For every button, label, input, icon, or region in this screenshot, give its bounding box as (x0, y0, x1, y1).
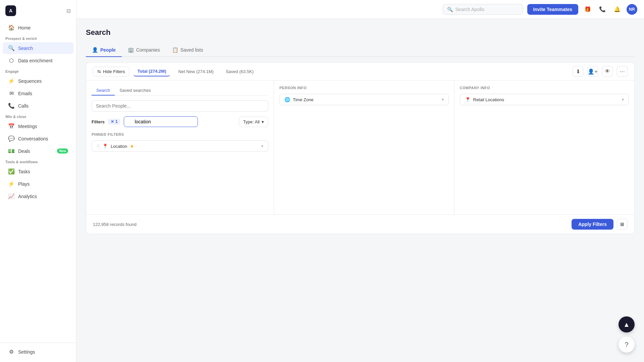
type-dropdown-label: Type: All (243, 119, 260, 124)
sidebar-item-label: Calls (18, 103, 29, 109)
sidebar-item-label: Data enrichment (18, 58, 53, 63)
data-enrichment-icon: ⬡ (8, 57, 15, 64)
tab-companies[interactable]: 🏢 Companies (122, 44, 166, 57)
sidebar-item-search[interactable]: 🔍 Search (3, 42, 73, 54)
more-options-icon[interactable]: ⋯ (617, 66, 628, 77)
results-tab-net-new[interactable]: Net New (274.1M) (174, 67, 217, 76)
fab-help[interactable]: ? (619, 337, 635, 353)
globe-icon: 🌐 (284, 97, 290, 102)
bell-icon[interactable]: 🔔 (612, 4, 623, 15)
phone-icon[interactable]: 📞 (597, 4, 608, 15)
filter-area: ⇆ Hide Filters Total (274.2M) Net New (2… (86, 62, 635, 234)
sidebar-section-win: Win & close (0, 112, 76, 120)
search-apollo-placeholder: Search Apollo (455, 7, 484, 12)
sidebar-item-deals[interactable]: 💵 Deals New (3, 145, 73, 157)
filter-count-badge: ✕ 1 (108, 119, 120, 125)
search-people-input[interactable] (92, 100, 268, 112)
search-apollo-icon: 🔍 (447, 7, 453, 12)
analytics-icon: 📈 (8, 193, 15, 199)
filter-search-input[interactable] (124, 116, 198, 127)
people-tab-icon: 👤 (92, 47, 98, 53)
sidebar-item-sequences[interactable]: ⚡ Sequences (3, 75, 73, 87)
filter-sub-tabs: Search Saved searches (92, 86, 268, 96)
invite-teammates-button[interactable]: Invite Teammates (527, 4, 578, 15)
sidebar-item-meetings[interactable]: 📅 Meetings (3, 120, 73, 132)
hide-filters-button[interactable]: ⇆ Hide Filters (93, 67, 129, 76)
emails-icon: ✉ (8, 90, 15, 97)
sidebar-item-home[interactable]: 🏠 Home (3, 22, 73, 34)
filter-x-icon[interactable]: ✕ (111, 119, 114, 124)
sidebar-item-label: Analytics (18, 194, 37, 199)
fab-apollo[interactable]: ▲ (619, 316, 635, 333)
hide-filters-label: Hide Filters (103, 69, 125, 74)
filter-left-panel: Search Saved searches Filters ✕ 1 🔍 (86, 80, 274, 215)
content: Search 👤 People 🏢 Companies 📋 Saved list… (76, 19, 644, 362)
floating-buttons: ▲ ? (619, 316, 635, 353)
drag-handle-icon[interactable]: ⠿ (97, 144, 100, 148)
location-pin-icon: 📍 (102, 143, 108, 149)
save-filter-icon[interactable]: ⊞ (617, 219, 628, 230)
type-dropdown[interactable]: Type: All ▾ (239, 117, 268, 127)
search-icon: 🔍 (8, 45, 15, 51)
avatar[interactable]: NR (627, 4, 637, 15)
sidebar-item-label: Sequences (18, 78, 42, 84)
sidebar-item-calls[interactable]: 📞 Calls (3, 100, 73, 112)
sidebar-item-plays[interactable]: ⚡ Plays (3, 178, 73, 190)
filter-chip-retail-locations[interactable]: 📍 Retail Locations ▾ (460, 94, 629, 105)
sidebar-section-prospect: Prospect & enrich (0, 34, 76, 42)
sidebar-item-label: Deals (18, 148, 30, 154)
sidebar-item-tasks[interactable]: ✅ Tasks (3, 166, 73, 177)
tab-people[interactable]: 👤 People (86, 44, 122, 57)
eye-icon[interactable]: 👁 (602, 66, 613, 77)
sidebar-item-settings[interactable]: ⚙ Settings (3, 346, 73, 358)
gift-icon[interactable]: 🎁 (582, 4, 593, 15)
meetings-icon: 📅 (8, 123, 15, 129)
deals-badge: New (57, 148, 68, 154)
results-tab-total[interactable]: Total (274.2M) (133, 67, 170, 76)
sidebar-item-label: Home (18, 25, 31, 31)
filter-chip-label: Location (111, 144, 127, 149)
sequences-icon: ⚡ (8, 78, 15, 84)
filter-chip-label: Time Zone (293, 97, 314, 102)
sidebar-toggle[interactable]: ⊟ (66, 8, 71, 14)
tab-people-label: People (100, 47, 116, 53)
filter-chip-left: 🌐 Time Zone (284, 97, 314, 102)
search-apollo-input[interactable]: 🔍 Search Apollo (443, 4, 523, 15)
sidebar-item-emails[interactable]: ✉ Emails (3, 87, 73, 99)
sidebar-item-analytics[interactable]: 📈 Analytics (3, 190, 73, 202)
star-icon[interactable]: ★ (130, 143, 134, 149)
company-info-title: Company Info (460, 86, 629, 90)
filter-chip-left: 📍 Retail Locations (465, 97, 504, 102)
filter-section-person-info: Person Info 🌐 Time Zone ▾ (274, 80, 454, 215)
retail-location-icon: 📍 (465, 97, 471, 102)
filter-chip-label: Retail Locations (473, 97, 504, 102)
page-title: Search (86, 28, 635, 37)
sidebar-item-label: Conversations (18, 136, 48, 141)
sidebar-item-conversations[interactable]: 💬 Conversations (3, 133, 73, 144)
logo-icon[interactable]: A (5, 5, 16, 16)
calls-icon: 📞 (8, 103, 15, 109)
add-person-icon[interactable]: 👤+ (587, 66, 598, 77)
sidebar-item-label: Emails (18, 91, 32, 96)
export-icon[interactable]: ⬇ (573, 66, 583, 77)
sidebar-item-label: Settings (18, 349, 35, 355)
sidebar-item-data-enrichment[interactable]: ⬡ Data enrichment (3, 55, 73, 66)
apply-filters-button[interactable]: Apply Filters (572, 219, 613, 230)
filters-label: Filters (92, 119, 105, 124)
results-bar: ⇆ Hide Filters Total (274.2M) Net New (2… (86, 63, 634, 80)
tab-saved-lists[interactable]: 📋 Saved lists (166, 44, 209, 57)
settings-icon: ⚙ (8, 349, 15, 355)
person-info-title: Person Info (279, 86, 449, 90)
tasks-icon: ✅ (8, 168, 15, 175)
main: 🔍 Search Apollo Invite Teammates 🎁 📞 🔔 N… (76, 0, 644, 362)
deals-icon: 💵 (8, 148, 15, 154)
filter-chip-time-zone[interactable]: 🌐 Time Zone ▾ (279, 94, 449, 105)
sub-tab-search[interactable]: Search (92, 86, 115, 96)
results-tab-saved[interactable]: Saved (63.5K) (222, 67, 258, 76)
topbar: 🔍 Search Apollo Invite Teammates 🎁 📞 🔔 N… (76, 0, 644, 19)
chevron-down-icon: ▾ (442, 97, 444, 102)
records-count: 122,958 records found (93, 222, 137, 227)
sidebar-bottom: ⚙ Settings (0, 343, 76, 358)
filter-chip-location[interactable]: ⠿ 📍 Location ★ ▾ (92, 140, 268, 152)
sub-tab-saved-searches[interactable]: Saved searches (115, 86, 155, 96)
